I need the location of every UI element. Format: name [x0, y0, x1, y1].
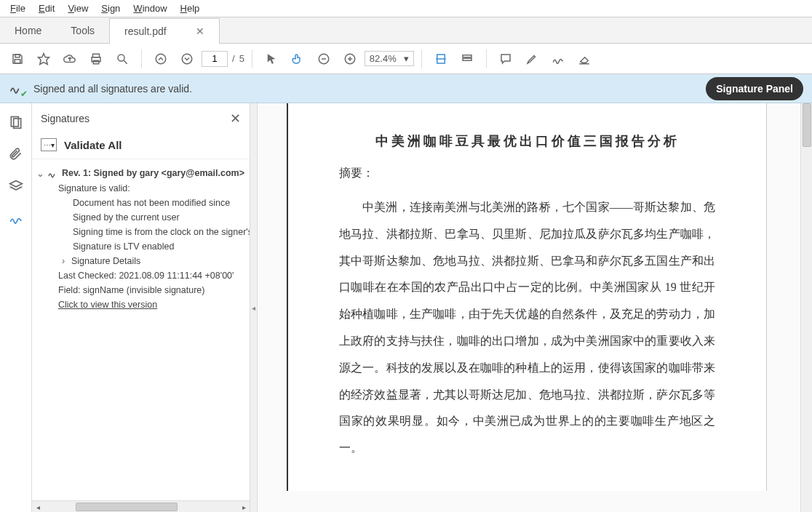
zoom-in-icon[interactable]: [338, 47, 362, 71]
sig-detail-ltv: Signature is LTV enabled: [36, 239, 244, 254]
svg-rect-18: [463, 58, 471, 60]
vertical-scrollbar[interactable]: [800, 103, 812, 512]
signature-rev-row[interactable]: ⌄ Rev. 1: Signed by gary <gary@email.com…: [36, 165, 244, 181]
scroll-left-icon[interactable]: ◂: [32, 501, 44, 512]
sig-last-checked: Last Checked: 2021.08.09 11:11:44 +08'00…: [36, 268, 244, 283]
doc-abstract-label: 摘要：: [339, 166, 715, 181]
svg-rect-0: [15, 55, 20, 57]
signatures-panel: Signatures ✕ ⋯▾ Validate All ⌄ Rev. 1: S…: [32, 103, 250, 512]
svg-rect-1: [15, 59, 20, 63]
signatures-tab-icon[interactable]: [3, 205, 29, 231]
zoom-out-icon[interactable]: [312, 47, 335, 71]
tab-bar: Home Tools result.pdf ✕: [0, 17, 812, 44]
signature-details-row[interactable]: › Signature Details: [36, 254, 244, 268]
signature-message: Signed and all signatures are valid.: [33, 83, 192, 95]
panel-collapse-handle[interactable]: ◂: [250, 103, 258, 512]
signature-panel-button[interactable]: Signature Panel: [706, 77, 803, 100]
comment-icon[interactable]: [494, 47, 517, 71]
menu-sign[interactable]: Sign: [95, 1, 126, 15]
sig-detail-not-modified: Document has not been modified since: [36, 196, 244, 210]
print-icon[interactable]: [84, 47, 108, 71]
star-icon[interactable]: [32, 47, 55, 71]
svg-line-7: [124, 60, 127, 64]
close-tab-icon[interactable]: ✕: [196, 25, 204, 37]
sig-detail-signing-time: Signing time is from the clock on the si…: [36, 225, 244, 239]
menu-view[interactable]: View: [62, 1, 94, 15]
tab-home[interactable]: Home: [0, 18, 56, 43]
page-view-icon[interactable]: [455, 47, 479, 71]
zoom-value: 82.4%: [370, 53, 397, 64]
svg-point-9: [182, 54, 192, 64]
menu-window[interactable]: Window: [127, 1, 172, 15]
chevron-down-icon[interactable]: ⌄: [36, 168, 44, 179]
page-down-icon[interactable]: [175, 47, 199, 71]
panel-title: Signatures: [41, 113, 89, 124]
panel-horizontal-scrollbar[interactable]: ◂ ▸: [32, 500, 250, 512]
doc-title: 中美洲咖啡豆具最优出口价值三国报告分析: [339, 132, 715, 150]
erase-icon[interactable]: [573, 47, 596, 71]
side-tab-strip: [0, 103, 32, 512]
toolbar: / 5 82.4% ▾: [0, 44, 812, 74]
chevron-right-icon[interactable]: ›: [58, 256, 68, 266]
svg-point-6: [118, 55, 124, 61]
scroll-thumb[interactable]: [76, 503, 178, 511]
signature-valid-icon: ✔: [9, 79, 25, 97]
menu-help[interactable]: Help: [175, 1, 206, 15]
svg-marker-2: [39, 53, 49, 64]
svg-marker-22: [9, 181, 22, 187]
page-up-icon[interactable]: [149, 47, 172, 71]
menu-file[interactable]: File: [4, 1, 31, 15]
pdf-page: 中美洲咖啡豆具最优出口价值三国报告分析 摘要： 中美洲，连接南美洲与北美洲的路桥…: [287, 103, 767, 491]
attachments-tab-icon[interactable]: [3, 141, 29, 167]
menu-bar: File Edit View Sign Window Help: [0, 0, 812, 17]
page-total: 5: [239, 53, 244, 64]
tab-document-label: result.pdf: [124, 25, 167, 37]
signature-valid-icon: [47, 167, 59, 179]
select-arrow-icon[interactable]: [260, 47, 283, 71]
signature-rev-label: Rev. 1: Signed by gary <gary@email.com>: [62, 168, 244, 178]
sig-field: Field: signName (invisible signature): [36, 283, 244, 297]
layers-tab-icon[interactable]: [3, 173, 29, 199]
signature-valid-label: Signature is valid:: [36, 181, 244, 196]
save-icon[interactable]: [6, 47, 29, 71]
tab-document[interactable]: result.pdf ✕: [109, 18, 220, 44]
search-icon[interactable]: [111, 47, 134, 71]
thumbnails-tab-icon[interactable]: [3, 109, 29, 135]
signature-info-bar: ✔ Signed and all signatures are valid. S…: [0, 74, 812, 103]
fit-width-icon[interactable]: [429, 47, 453, 71]
chevron-down-icon: ▾: [404, 53, 409, 64]
hand-icon[interactable]: [286, 47, 309, 71]
cloud-upload-icon[interactable]: [58, 47, 81, 71]
highlight-icon[interactable]: [520, 47, 544, 71]
page-sep: /: [232, 53, 235, 64]
panel-close-icon[interactable]: ✕: [230, 111, 241, 127]
sign-icon[interactable]: [546, 47, 570, 71]
svg-point-8: [156, 54, 166, 64]
doc-body: 中美洲，连接南美洲与北美洲的路桥，七个国家——哥斯达黎加、危地马拉、洪都拉斯、巴…: [339, 194, 715, 462]
svg-rect-17: [463, 55, 471, 57]
scroll-right-icon[interactable]: ▸: [238, 501, 250, 512]
menu-edit[interactable]: Edit: [33, 1, 60, 15]
page-input[interactable]: [202, 51, 228, 67]
tab-tools[interactable]: Tools: [56, 18, 109, 43]
zoom-select[interactable]: 82.4% ▾: [365, 51, 414, 66]
click-view-version-link[interactable]: Click to view this version: [36, 297, 244, 312]
document-view[interactable]: 中美洲咖啡豆具最优出口价值三国报告分析 摘要： 中美洲，连接南美洲与北美洲的路桥…: [258, 103, 812, 512]
panel-options-icon[interactable]: ⋯▾: [41, 138, 57, 151]
validate-all-button[interactable]: Validate All: [64, 139, 122, 151]
sig-detail-current-user: Signed by the current user: [36, 210, 244, 225]
vscroll-thumb[interactable]: [803, 103, 811, 147]
page-indicator: / 5: [202, 51, 244, 67]
signature-tree: ⌄ Rev. 1: Signed by gary <gary@email.com…: [32, 159, 250, 318]
